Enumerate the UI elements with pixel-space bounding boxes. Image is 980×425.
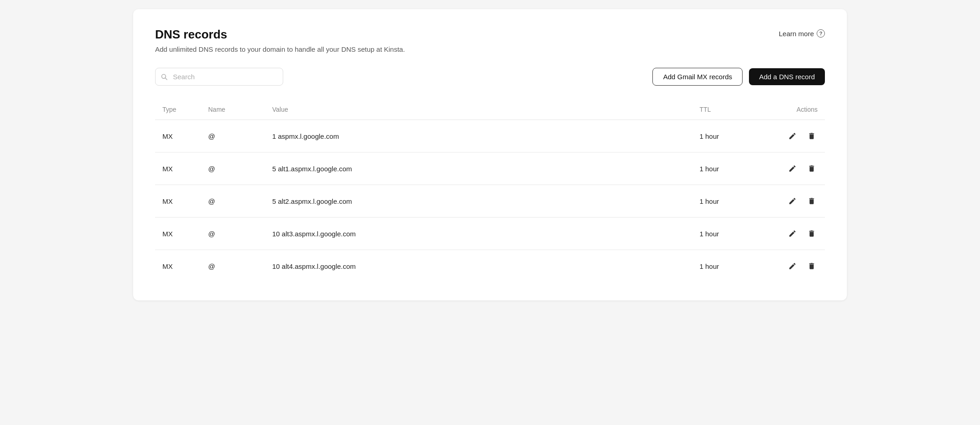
page-title: DNS records [155, 27, 405, 42]
cell-name-2: @ [201, 185, 265, 218]
edit-button-0[interactable] [786, 130, 798, 142]
cell-actions-2 [765, 185, 825, 218]
cell-actions-1 [765, 153, 825, 185]
cell-type-3: MX [155, 218, 201, 250]
page-subtitle: Add unlimited DNS records to your domain… [155, 45, 405, 53]
cell-ttl-2: 1 hour [692, 185, 765, 218]
col-header-name: Name [201, 100, 265, 120]
cell-type-2: MX [155, 185, 201, 218]
button-group: Add Gmail MX records Add a DNS record [652, 68, 825, 86]
search-wrapper [155, 68, 283, 86]
cell-type-4: MX [155, 250, 201, 283]
cell-type-1: MX [155, 153, 201, 185]
cell-ttl-3: 1 hour [692, 218, 765, 250]
header: DNS records Add unlimited DNS records to… [155, 27, 825, 53]
cell-value-3: 10 alt3.aspmx.l.google.com [265, 218, 692, 250]
cell-name-0: @ [201, 120, 265, 153]
cell-name-3: @ [201, 218, 265, 250]
cell-value-1: 5 alt1.aspmx.l.google.com [265, 153, 692, 185]
edit-button-1[interactable] [786, 163, 798, 174]
cell-actions-4 [765, 250, 825, 283]
delete-button-3[interactable] [806, 228, 818, 240]
cell-name-4: @ [201, 250, 265, 283]
cell-ttl-1: 1 hour [692, 153, 765, 185]
cell-actions-3 [765, 218, 825, 250]
delete-button-1[interactable] [806, 163, 818, 174]
col-header-ttl: TTL [692, 100, 765, 120]
cell-value-4: 10 alt4.aspmx.l.google.com [265, 250, 692, 283]
header-left: DNS records Add unlimited DNS records to… [155, 27, 405, 53]
col-header-type: Type [155, 100, 201, 120]
cell-name-1: @ [201, 153, 265, 185]
table-body: MX @ 1 aspmx.l.google.com 1 hour [155, 120, 825, 283]
table-row: MX @ 10 alt3.aspmx.l.google.com 1 hour [155, 218, 825, 250]
cell-value-2: 5 alt2.aspmx.l.google.com [265, 185, 692, 218]
cell-ttl-4: 1 hour [692, 250, 765, 283]
cell-actions-0 [765, 120, 825, 153]
cell-type-0: MX [155, 120, 201, 153]
table-row: MX @ 5 alt2.aspmx.l.google.com 1 hour [155, 185, 825, 218]
cell-ttl-0: 1 hour [692, 120, 765, 153]
table-row: MX @ 10 alt4.aspmx.l.google.com 1 hour [155, 250, 825, 283]
delete-button-2[interactable] [806, 195, 818, 207]
delete-button-4[interactable] [806, 260, 818, 272]
help-icon: ? [817, 29, 825, 38]
add-gmail-mx-button[interactable]: Add Gmail MX records [652, 68, 743, 86]
learn-more-label: Learn more [779, 30, 814, 38]
dns-table: Type Name Value TTL Actions MX @ 1 aspmx… [155, 100, 825, 282]
delete-button-0[interactable] [806, 130, 818, 142]
svg-line-1 [165, 78, 167, 80]
edit-button-3[interactable] [786, 228, 798, 240]
edit-button-2[interactable] [786, 195, 798, 207]
search-input[interactable] [155, 68, 283, 86]
toolbar: Add Gmail MX records Add a DNS record [155, 68, 825, 86]
search-icon [161, 73, 168, 81]
dns-records-panel: DNS records Add unlimited DNS records to… [133, 9, 847, 300]
table-row: MX @ 5 alt1.aspmx.l.google.com 1 hour [155, 153, 825, 185]
col-header-actions: Actions [765, 100, 825, 120]
edit-button-4[interactable] [786, 260, 798, 272]
table-row: MX @ 1 aspmx.l.google.com 1 hour [155, 120, 825, 153]
table-header: Type Name Value TTL Actions [155, 100, 825, 120]
col-header-value: Value [265, 100, 692, 120]
cell-value-0: 1 aspmx.l.google.com [265, 120, 692, 153]
learn-more-link[interactable]: Learn more ? [779, 29, 825, 38]
add-dns-record-button[interactable]: Add a DNS record [749, 68, 825, 85]
